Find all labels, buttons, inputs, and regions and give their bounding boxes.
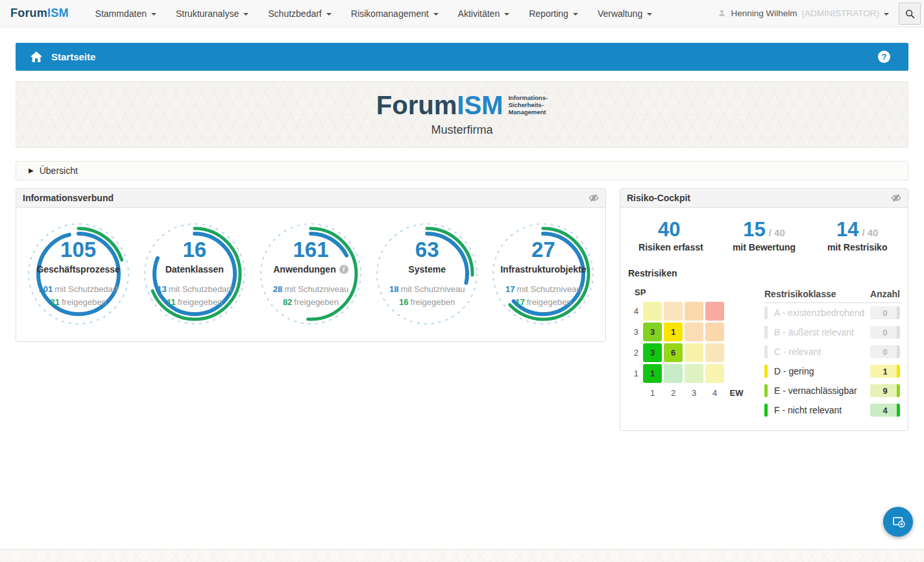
subtitle-line: Management bbox=[508, 108, 548, 116]
line2-text: freigegeben bbox=[527, 297, 572, 307]
card-datenklassen[interactable]: 16 Datenklassen 13mit Schutzbedarf 11fre… bbox=[138, 221, 252, 330]
matrix-grid: 4331236111234EW bbox=[628, 302, 755, 398]
card-detail-lines: 28mit Schutzniveau 82freigegeben bbox=[273, 283, 348, 310]
matrix-row-label: 4 bbox=[634, 306, 641, 316]
line2-text: freigegeben bbox=[62, 297, 106, 307]
stat-value: 40 bbox=[658, 219, 680, 239]
hide-panel-button[interactable] bbox=[891, 193, 901, 203]
nav-item-label: Aktivitäten bbox=[458, 8, 500, 19]
legend-label: A - existenzbedrohend bbox=[774, 308, 864, 318]
nav-item-reporting[interactable]: Reporting bbox=[519, 0, 588, 27]
card-infrastrukturobjekte[interactable]: 27 Infrastrukturobjekte 17mit Schutznive… bbox=[486, 221, 600, 330]
stat-label: mit Restrisiko bbox=[810, 242, 904, 252]
card-detail-lines: 18mit Schutzniveau 16freigegeben bbox=[389, 283, 465, 310]
nav-item-schutzbedarf[interactable]: Schutzbedarf bbox=[258, 0, 341, 27]
matrix-legend-row: SP 4331236111234EW Restrisikoklasse Anza… bbox=[620, 278, 908, 430]
caret-down-icon bbox=[573, 13, 578, 16]
card-detail-lines: 13mit Schutzbedarf 11freigegeben bbox=[157, 283, 232, 310]
card-line2: 17freigegeben bbox=[505, 296, 581, 310]
matrix-col-label: 3 bbox=[692, 388, 696, 398]
search-button[interactable] bbox=[899, 3, 921, 25]
stat-label: Risiken erfasst bbox=[624, 242, 718, 252]
new-window-fab-button[interactable] bbox=[883, 507, 913, 537]
matrix-cell: 3 bbox=[643, 323, 662, 341]
matrix-row-label: 3 bbox=[634, 327, 641, 337]
line2-value: 82 bbox=[283, 297, 292, 307]
line2-text: freigegeben bbox=[178, 297, 223, 307]
nav-item-strukturanalyse[interactable]: Strukturanalyse bbox=[166, 0, 258, 27]
matrix-cell: 3 bbox=[643, 343, 662, 362]
panel-header: Informationsverbund bbox=[16, 189, 605, 208]
card-anwendungen[interactable]: 161 Anwendungen i 28mit Schutzniveau 82f… bbox=[254, 221, 368, 330]
nav-item-verwaltung[interactable]: Verwaltung bbox=[588, 0, 662, 27]
eye-slash-icon bbox=[589, 193, 599, 203]
caret-down-icon bbox=[326, 13, 332, 16]
stat-mit-restrisiko: 14 / 40 mit Restrisiko bbox=[810, 219, 904, 252]
matrix-col-label: 1 bbox=[650, 388, 655, 398]
card-label: Systeme bbox=[408, 264, 446, 275]
nav-item-aktivitaeten[interactable]: Aktivitäten bbox=[448, 0, 520, 27]
card-text: 27 Infrastrukturobjekte 17mit Schutznive… bbox=[486, 221, 600, 310]
line1-value: 101 bbox=[38, 284, 53, 294]
caret-down-icon bbox=[884, 13, 889, 16]
nav-item-risikomanagement[interactable]: Risikomanagement bbox=[341, 0, 448, 27]
app-logo[interactable]: ForumISM bbox=[10, 6, 69, 20]
card-line1: 18mit Schutzniveau bbox=[389, 283, 465, 297]
matrix-cell bbox=[685, 302, 703, 321]
card-value: 161 bbox=[293, 239, 328, 262]
matrix-row-label: 1 bbox=[634, 369, 641, 378]
legend-color-bar bbox=[764, 384, 768, 397]
caret-down-icon bbox=[647, 13, 652, 16]
legend-row-a: A - existenzbedrohend 0 bbox=[764, 303, 900, 323]
card-text: 105 Geschäftsprozesse 101mit Schutzbedar… bbox=[21, 221, 136, 310]
card-label: Geschäftsprozesse bbox=[36, 264, 119, 275]
hide-panel-button[interactable] bbox=[589, 193, 599, 203]
card-geschaeftsprozesse[interactable]: 105 Geschäftsprozesse 101mit Schutzbedar… bbox=[21, 221, 136, 330]
card-line1: 28mit Schutzniveau bbox=[273, 283, 348, 297]
stat-value-row: 15 / 40 bbox=[718, 219, 811, 239]
matrix-row-label: 2 bbox=[634, 348, 641, 358]
stat-suffix: / 40 bbox=[769, 227, 785, 238]
matrix-cell bbox=[664, 364, 683, 383]
card-line2: 11freigegeben bbox=[157, 296, 232, 310]
line1-text: mit Schutzniveau bbox=[284, 284, 348, 294]
brand-part2: ISM bbox=[47, 6, 69, 19]
matrix-cell bbox=[705, 323, 724, 341]
overview-collapse-bar[interactable]: ▶ Übersicht bbox=[16, 161, 908, 180]
card-label: Infrastrukturobjekte bbox=[500, 264, 586, 275]
matrix-cell bbox=[685, 364, 703, 383]
nav-item-label: Strukturanalyse bbox=[176, 8, 239, 19]
caret-down-icon bbox=[504, 13, 509, 16]
legend-class-header: Restrisikoklasse bbox=[764, 289, 836, 299]
card-line2: 82freigegeben bbox=[273, 296, 348, 310]
page-header: Startseite ? bbox=[16, 43, 908, 71]
legend-count-badge: 1 bbox=[870, 365, 900, 378]
overview-label: Übersicht bbox=[40, 165, 78, 176]
line2-text: freigegeben bbox=[294, 297, 339, 307]
legend-label: D - gering bbox=[774, 366, 814, 376]
help-button[interactable]: ? bbox=[878, 51, 890, 63]
info-icon[interactable]: i bbox=[339, 265, 348, 274]
nav-item-stammdaten[interactable]: Stammdaten bbox=[86, 0, 166, 27]
logo-banner: ForumISM Informations- Sicherheits- Mana… bbox=[16, 81, 908, 148]
legend-row-d: D - gering 1 bbox=[764, 361, 900, 381]
user-role: (ADMINISTRATOR) bbox=[802, 8, 880, 18]
card-value: 105 bbox=[60, 239, 96, 262]
stat-value-row: 40 bbox=[624, 219, 718, 239]
stat-value-row: 14 / 40 bbox=[810, 219, 904, 239]
card-line2: 21freigegeben bbox=[38, 296, 117, 310]
user-icon bbox=[718, 9, 726, 18]
card-text: 63 Systeme 18mit Schutzniveau 16freigege… bbox=[370, 221, 484, 310]
informationsverbund-panel: Informationsverbund 105 Geschäftsprozess… bbox=[16, 188, 606, 342]
caret-down-icon bbox=[433, 13, 439, 16]
card-systeme[interactable]: 63 Systeme 18mit Schutzniveau 16freigege… bbox=[370, 221, 484, 330]
line2-value: 21 bbox=[51, 297, 60, 307]
card-line2: 16freigegeben bbox=[389, 296, 465, 310]
page-title: Startseite bbox=[51, 51, 95, 62]
user-menu[interactable]: Henning Wilhelm (ADMINISTRATOR) bbox=[718, 8, 893, 18]
panel-title: Risiko-Cockpit bbox=[627, 193, 690, 203]
card-label-text: Geschäftsprozesse bbox=[36, 264, 119, 275]
subtitle-line: Sicherheits- bbox=[508, 101, 548, 108]
line1-text: mit Schutzniveau bbox=[517, 284, 581, 294]
matrix-cell bbox=[643, 302, 662, 321]
